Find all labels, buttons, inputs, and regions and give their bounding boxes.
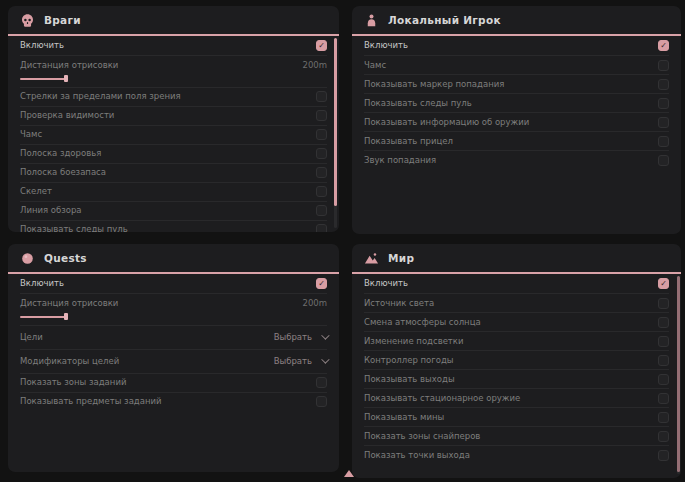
distance-slider[interactable] (20, 75, 327, 82)
setting-row-checkbox: Показать точки выхода (364, 445, 669, 464)
skull-icon (20, 13, 35, 28)
setting-label: Включить (20, 39, 64, 52)
slider-handle[interactable] (64, 75, 68, 82)
setting-row-checkbox: Контроллер погоды (364, 350, 669, 369)
setting-row-slider: Дистанция отрисовки200m (20, 293, 327, 325)
panel-world-header: Мир (352, 244, 681, 274)
setting-row-checkbox: Показывать мины (364, 407, 669, 426)
player-icon (364, 13, 379, 28)
setting-label: Стрелки за пределами поля зрения (20, 90, 181, 103)
panel-local-player: Локальный Игрок Включить✓ЧамсПоказывать … (352, 6, 681, 234)
setting-label: Включить (364, 277, 408, 290)
dropdown[interactable]: Выбрать (274, 356, 327, 366)
slider-handle[interactable] (64, 313, 68, 320)
dropdown[interactable]: Выбрать (274, 332, 327, 342)
checkbox[interactable] (316, 377, 327, 388)
setting-label: Показывать следы пуль (20, 223, 128, 232)
setting-row-checkbox: Показать зоны снайперов (364, 426, 669, 445)
checkbox[interactable] (658, 450, 669, 461)
checkbox[interactable]: ✓ (658, 278, 669, 289)
setting-label: Показать зоны заданий (20, 376, 126, 389)
dropdown-value[interactable]: Выбрать (274, 356, 312, 366)
setting-label: Проверка видимости (20, 109, 114, 122)
setting-label: Чамс (364, 59, 386, 72)
checkbox[interactable] (658, 412, 669, 423)
setting-row-checkbox: Показывать стационарное оружие (364, 388, 669, 407)
setting-label: Дистанция отрисовки (20, 297, 118, 310)
setting-row-checkbox: Чамс (20, 125, 327, 144)
checkbox[interactable] (658, 60, 669, 71)
checkbox[interactable] (658, 298, 669, 309)
setting-label: Звук попадания (364, 154, 436, 167)
checkbox[interactable] (316, 91, 327, 102)
dropdown-value[interactable]: Выбрать (274, 332, 312, 342)
checkbox[interactable]: ✓ (658, 40, 669, 51)
setting-label: Контроллер погоды (364, 354, 454, 367)
checkbox[interactable] (658, 79, 669, 90)
panel-player-header: Локальный Игрок (352, 6, 681, 36)
panel-quests: Quests Включить✓Дистанция отрисовки200mЦ… (8, 244, 339, 472)
scrollbar[interactable] (334, 38, 337, 228)
checkbox[interactable] (658, 98, 669, 109)
setting-label: Показывать стационарное оружие (364, 392, 520, 405)
checkbox[interactable] (658, 136, 669, 147)
setting-row-checkbox: Линия обзора (20, 201, 327, 220)
setting-label: Смена атмосферы солнца (364, 316, 481, 329)
distance-slider[interactable] (20, 313, 327, 320)
checkbox[interactable] (316, 186, 327, 197)
slider-value: 200m (302, 60, 327, 70)
panel-world: Мир Включить✓Источник светаСмена атмосфе… (352, 244, 681, 478)
setting-row-checkbox: Показывать следы пуль (364, 93, 669, 112)
checkbox[interactable] (658, 393, 669, 404)
setting-row-checkbox: Показывать информацию об оружии (364, 112, 669, 131)
checkbox[interactable] (316, 167, 327, 178)
checkbox[interactable] (658, 317, 669, 328)
checkbox[interactable] (658, 155, 669, 166)
checkbox[interactable] (316, 396, 327, 407)
checkbox[interactable] (316, 129, 327, 140)
checkbox[interactable] (658, 431, 669, 442)
setting-row-checkbox: Проверка видимости (20, 106, 327, 125)
scrollbar[interactable] (677, 276, 680, 474)
panel-title: Мир (388, 252, 414, 264)
slider-value: 200m (302, 298, 327, 308)
setting-row-checkbox: Включить✓ (20, 36, 327, 55)
setting-row-checkbox: Полоска здоровья (20, 144, 327, 163)
setting-label: Линия обзора (20, 204, 82, 217)
setting-label: Показывать маркер попадания (364, 78, 504, 91)
setting-row-checkbox: Показывать прицел (364, 131, 669, 150)
panel-title: Quests (44, 252, 87, 264)
setting-label: Показывать следы пуль (364, 97, 472, 110)
setting-row-checkbox: Показывать следы пуль (20, 220, 327, 233)
panel-title: Локальный Игрок (388, 14, 501, 26)
setting-label: Показывать прицел (364, 135, 453, 148)
checkbox[interactable] (316, 110, 327, 121)
setting-label: Показывать мины (364, 411, 444, 424)
checkbox[interactable] (658, 117, 669, 128)
slider-fill (20, 316, 66, 318)
setting-label: Полоска здоровья (20, 147, 101, 160)
checkbox[interactable]: ✓ (316, 40, 327, 51)
setting-row-checkbox: Показывать маркер попадания (364, 74, 669, 93)
scrollbar-thumb[interactable] (677, 276, 680, 472)
checkbox[interactable] (316, 148, 327, 159)
checkbox[interactable]: ✓ (316, 278, 327, 289)
setting-label: Источник света (364, 297, 434, 310)
setting-row-dropdown: ЦелиВыбрать (20, 325, 327, 349)
quests-icon (20, 251, 35, 266)
setting-row-checkbox: Включить✓ (20, 274, 327, 293)
checkbox[interactable] (316, 205, 327, 216)
checkbox[interactable] (316, 224, 327, 232)
setting-row-checkbox: Стрелки за пределами поля зрения (20, 87, 327, 106)
cursor-triangle (344, 470, 354, 477)
checkbox[interactable] (658, 355, 669, 366)
setting-row-checkbox: Включить✓ (364, 274, 669, 293)
checkbox[interactable] (658, 336, 669, 347)
setting-row-checkbox: Источник света (364, 293, 669, 312)
world-icon (364, 251, 379, 266)
panel-title: Враги (44, 14, 81, 26)
panel-enemies-header: Враги (8, 6, 339, 36)
checkbox[interactable] (658, 374, 669, 385)
scrollbar-thumb[interactable] (334, 38, 337, 206)
setting-label: Полоска боезапаса (20, 166, 106, 179)
